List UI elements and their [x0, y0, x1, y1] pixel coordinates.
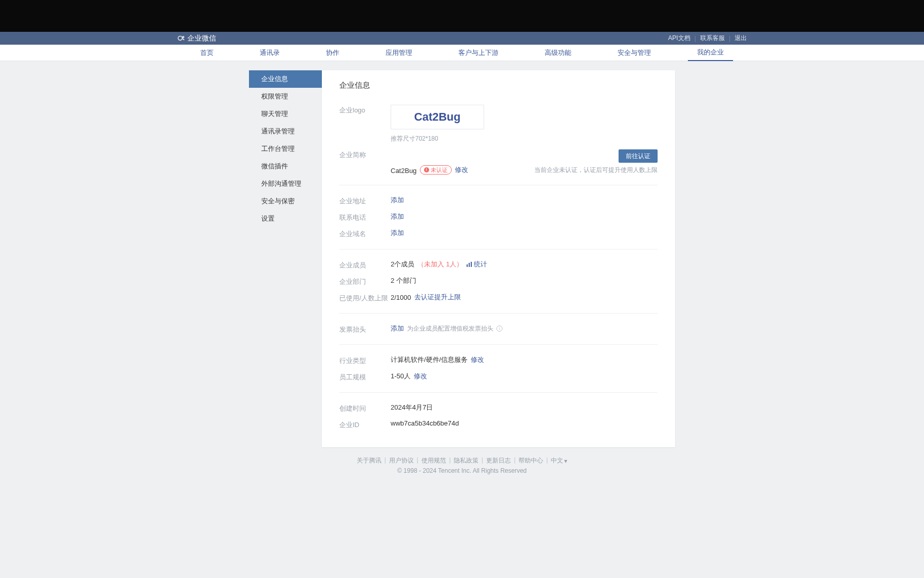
- footer-link[interactable]: 帮助中心: [518, 456, 543, 465]
- separator: |: [546, 456, 548, 465]
- footer-link[interactable]: 用户协议: [389, 456, 414, 465]
- page-title: 企业信息: [339, 81, 658, 90]
- sidebar-item[interactable]: 聊天管理: [249, 105, 322, 123]
- language-selector[interactable]: 中文 ▾: [551, 456, 567, 465]
- company-logo-box[interactable]: Cat2Bug: [391, 105, 484, 129]
- footer-link[interactable]: 隐私政策: [454, 456, 478, 465]
- alert-icon: !: [424, 167, 429, 172]
- main-nav-item[interactable]: 首页: [191, 45, 223, 61]
- logo-label: 企业logo: [339, 105, 391, 115]
- separator: |: [729, 35, 730, 42]
- chevron-down-icon: ▾: [564, 457, 567, 465]
- add-address-link[interactable]: 添加: [391, 196, 404, 205]
- separator: |: [514, 456, 515, 465]
- svg-point-0: [178, 36, 182, 40]
- copyright-text: © 1998 - 2024 Tencent Inc. All Rights Re…: [0, 467, 924, 474]
- sidebar-item[interactable]: 微信插件: [249, 158, 322, 175]
- info-icon[interactable]: i: [496, 325, 503, 332]
- phone-label: 联系电话: [339, 212, 391, 222]
- add-invoice-link[interactable]: 添加: [391, 324, 404, 333]
- add-phone-link[interactable]: 添加: [391, 212, 404, 221]
- scale-label: 员工规模: [339, 372, 391, 382]
- content-panel: 企业信息 企业logo Cat2Bug 推荐尺寸702*180 企业简称 Cat…: [322, 70, 675, 447]
- main-nav-item[interactable]: 安全与管理: [608, 45, 660, 61]
- separator: |: [417, 456, 418, 465]
- departments-value: 2 个部门: [391, 276, 416, 285]
- created-label: 创建时间: [339, 403, 391, 413]
- scale-value: 1-50人: [391, 372, 411, 381]
- bar-chart-icon: [466, 261, 472, 267]
- address-label: 企业地址: [339, 196, 391, 206]
- usage-value: 2/1000: [391, 294, 411, 301]
- main-nav: 首页通讯录协作应用管理客户与上下游高级功能安全与管理我的企业: [0, 45, 924, 61]
- modify-industry-link[interactable]: 修改: [471, 355, 484, 364]
- go-verify-button[interactable]: 前往认证: [619, 149, 658, 163]
- contact-link[interactable]: 联系客服: [700, 34, 725, 43]
- footer-link[interactable]: 更新日志: [486, 456, 511, 465]
- departments-label: 企业部门: [339, 276, 391, 286]
- footer-link[interactable]: 关于腾讯: [357, 456, 381, 465]
- top-black-bar: [0, 0, 924, 32]
- industry-value: 计算机软件/硬件/信息服务: [391, 355, 468, 364]
- invoice-label: 发票抬头: [339, 324, 391, 334]
- members-count: 2个成员: [391, 260, 414, 269]
- logout-link[interactable]: 退出: [735, 34, 747, 43]
- main-nav-item[interactable]: 高级功能: [535, 45, 581, 61]
- sidebar-item[interactable]: 设置: [249, 210, 322, 227]
- verify-note: 当前企业未认证，认证后可提升使用人数上限: [534, 166, 658, 175]
- sidebar-item[interactable]: 工作台管理: [249, 140, 322, 158]
- main-nav-item[interactable]: 通讯录: [251, 45, 289, 61]
- wechat-work-icon: [177, 34, 185, 43]
- company-id-label: 企业ID: [339, 419, 391, 430]
- modify-scale-link[interactable]: 修改: [414, 372, 427, 381]
- short-name-value: Cat2Bug: [391, 167, 417, 175]
- created-value: 2024年4月7日: [391, 403, 433, 412]
- separator: |: [384, 456, 386, 465]
- svg-rect-4: [471, 262, 472, 267]
- svg-rect-3: [469, 263, 470, 267]
- separator: |: [695, 35, 696, 42]
- sidebar: 企业信息权限管理聊天管理通讯录管理工作台管理微信插件外部沟通管理安全与保密设置: [249, 70, 322, 447]
- separator: |: [482, 456, 483, 465]
- sidebar-item[interactable]: 企业信息: [249, 70, 322, 88]
- unverified-badge: ! 未认证: [420, 165, 452, 175]
- invoice-hint: 为企业成员配置增值税发票抬头: [407, 324, 493, 333]
- logo-size-hint: 推荐尺寸702*180: [391, 134, 438, 143]
- add-domain-link[interactable]: 添加: [391, 228, 404, 238]
- members-pending: （未加入 1人）: [417, 260, 463, 269]
- top-links: API文档 | 联系客服 | 退出: [668, 34, 747, 43]
- brand-text: 企业微信: [187, 34, 216, 43]
- sidebar-item[interactable]: 安全与保密: [249, 192, 322, 210]
- page-footer: 关于腾讯|用户协议|使用规范|隐私政策|更新日志|帮助中心|中文 ▾ © 199…: [0, 456, 924, 474]
- api-docs-link[interactable]: API文档: [668, 34, 690, 43]
- usage-label: 已使用/人数上限: [339, 293, 391, 303]
- main-nav-item[interactable]: 我的企业: [688, 45, 733, 61]
- short-name-label: 企业简称: [339, 149, 391, 160]
- company-logo-text: Cat2Bug: [414, 110, 460, 124]
- domain-label: 企业域名: [339, 228, 391, 239]
- footer-link[interactable]: 使用规范: [421, 456, 446, 465]
- company-id-value: wwb7ca5b34cb6be74d: [391, 419, 459, 427]
- sidebar-item[interactable]: 外部沟通管理: [249, 175, 322, 192]
- separator: |: [449, 456, 451, 465]
- main-nav-item[interactable]: 协作: [317, 45, 349, 61]
- brand[interactable]: 企业微信: [177, 34, 216, 43]
- sidebar-item[interactable]: 权限管理: [249, 88, 322, 105]
- svg-point-1: [183, 36, 184, 38]
- top-nav: 企业微信 API文档 | 联系客服 | 退出: [0, 32, 924, 45]
- stats-link[interactable]: 统计: [466, 260, 487, 269]
- main-nav-item[interactable]: 客户与上下游: [449, 45, 508, 61]
- svg-rect-2: [467, 264, 468, 267]
- industry-label: 行业类型: [339, 355, 391, 365]
- upgrade-limit-link[interactable]: 去认证提升上限: [414, 293, 461, 302]
- sidebar-item[interactable]: 通讯录管理: [249, 123, 322, 140]
- modify-short-name-link[interactable]: 修改: [455, 165, 468, 175]
- main-nav-item[interactable]: 应用管理: [376, 45, 421, 61]
- members-label: 企业成员: [339, 260, 391, 270]
